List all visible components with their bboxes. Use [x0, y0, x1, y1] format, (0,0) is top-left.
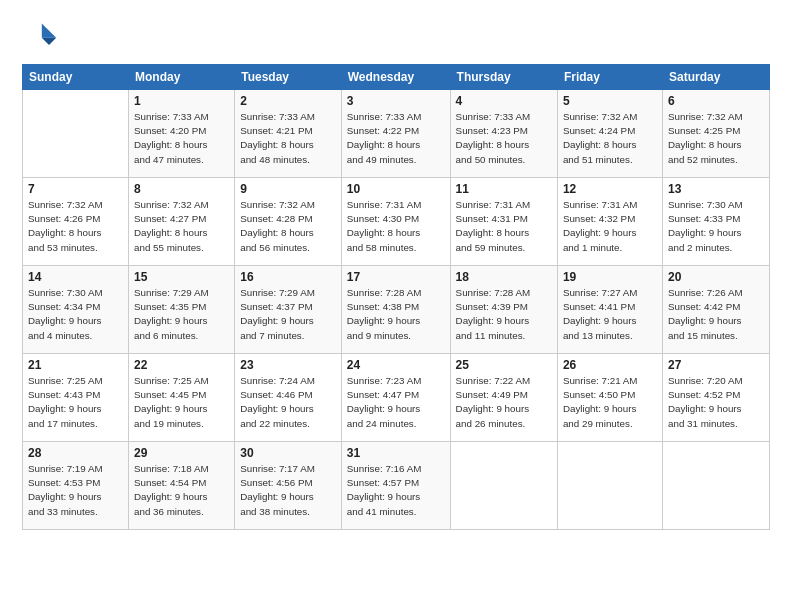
- day-info: Sunrise: 7:16 AMSunset: 4:57 PMDaylight:…: [347, 462, 445, 519]
- day-info: Sunrise: 7:25 AMSunset: 4:45 PMDaylight:…: [134, 374, 229, 431]
- day-number: 4: [456, 94, 552, 108]
- day-info: Sunrise: 7:32 AMSunset: 4:25 PMDaylight:…: [668, 110, 764, 167]
- day-info: Sunrise: 7:18 AMSunset: 4:54 PMDaylight:…: [134, 462, 229, 519]
- day-info: Sunrise: 7:32 AMSunset: 4:27 PMDaylight:…: [134, 198, 229, 255]
- day-cell: 20Sunrise: 7:26 AMSunset: 4:42 PMDayligh…: [662, 266, 769, 354]
- week-row-2: 7Sunrise: 7:32 AMSunset: 4:26 PMDaylight…: [23, 178, 770, 266]
- day-number: 8: [134, 182, 229, 196]
- day-number: 2: [240, 94, 336, 108]
- day-cell: 11Sunrise: 7:31 AMSunset: 4:31 PMDayligh…: [450, 178, 557, 266]
- day-cell: 4Sunrise: 7:33 AMSunset: 4:23 PMDaylight…: [450, 90, 557, 178]
- day-info: Sunrise: 7:33 AMSunset: 4:21 PMDaylight:…: [240, 110, 336, 167]
- day-info: Sunrise: 7:19 AMSunset: 4:53 PMDaylight:…: [28, 462, 123, 519]
- day-number: 15: [134, 270, 229, 284]
- page: SundayMondayTuesdayWednesdayThursdayFrid…: [0, 0, 792, 612]
- day-cell: 31Sunrise: 7:16 AMSunset: 4:57 PMDayligh…: [341, 442, 450, 530]
- day-info: Sunrise: 7:29 AMSunset: 4:37 PMDaylight:…: [240, 286, 336, 343]
- day-cell: 27Sunrise: 7:20 AMSunset: 4:52 PMDayligh…: [662, 354, 769, 442]
- day-cell: 30Sunrise: 7:17 AMSunset: 4:56 PMDayligh…: [235, 442, 342, 530]
- day-info: Sunrise: 7:31 AMSunset: 4:31 PMDaylight:…: [456, 198, 552, 255]
- day-number: 5: [563, 94, 657, 108]
- day-cell: 5Sunrise: 7:32 AMSunset: 4:24 PMDaylight…: [557, 90, 662, 178]
- day-cell: 8Sunrise: 7:32 AMSunset: 4:27 PMDaylight…: [128, 178, 234, 266]
- day-info: Sunrise: 7:32 AMSunset: 4:26 PMDaylight:…: [28, 198, 123, 255]
- day-number: 7: [28, 182, 123, 196]
- calendar-header-row: SundayMondayTuesdayWednesdayThursdayFrid…: [23, 65, 770, 90]
- day-info: Sunrise: 7:26 AMSunset: 4:42 PMDaylight:…: [668, 286, 764, 343]
- day-number: 31: [347, 446, 445, 460]
- day-cell: 1Sunrise: 7:33 AMSunset: 4:20 PMDaylight…: [128, 90, 234, 178]
- day-number: 27: [668, 358, 764, 372]
- day-number: 30: [240, 446, 336, 460]
- day-cell: 3Sunrise: 7:33 AMSunset: 4:22 PMDaylight…: [341, 90, 450, 178]
- day-number: 14: [28, 270, 123, 284]
- day-info: Sunrise: 7:17 AMSunset: 4:56 PMDaylight:…: [240, 462, 336, 519]
- day-cell: 13Sunrise: 7:30 AMSunset: 4:33 PMDayligh…: [662, 178, 769, 266]
- week-row-5: 28Sunrise: 7:19 AMSunset: 4:53 PMDayligh…: [23, 442, 770, 530]
- logo: [22, 18, 64, 54]
- day-info: Sunrise: 7:31 AMSunset: 4:30 PMDaylight:…: [347, 198, 445, 255]
- day-number: 12: [563, 182, 657, 196]
- day-number: 28: [28, 446, 123, 460]
- day-cell: [450, 442, 557, 530]
- day-info: Sunrise: 7:32 AMSunset: 4:24 PMDaylight:…: [563, 110, 657, 167]
- day-cell: [23, 90, 129, 178]
- day-cell: 22Sunrise: 7:25 AMSunset: 4:45 PMDayligh…: [128, 354, 234, 442]
- day-info: Sunrise: 7:30 AMSunset: 4:33 PMDaylight:…: [668, 198, 764, 255]
- day-cell: 14Sunrise: 7:30 AMSunset: 4:34 PMDayligh…: [23, 266, 129, 354]
- week-row-4: 21Sunrise: 7:25 AMSunset: 4:43 PMDayligh…: [23, 354, 770, 442]
- day-cell: 10Sunrise: 7:31 AMSunset: 4:30 PMDayligh…: [341, 178, 450, 266]
- day-info: Sunrise: 7:33 AMSunset: 4:22 PMDaylight:…: [347, 110, 445, 167]
- day-number: 6: [668, 94, 764, 108]
- day-cell: 24Sunrise: 7:23 AMSunset: 4:47 PMDayligh…: [341, 354, 450, 442]
- day-number: 29: [134, 446, 229, 460]
- col-header-monday: Monday: [128, 65, 234, 90]
- day-number: 18: [456, 270, 552, 284]
- day-number: 9: [240, 182, 336, 196]
- day-number: 13: [668, 182, 764, 196]
- day-number: 11: [456, 182, 552, 196]
- day-number: 1: [134, 94, 229, 108]
- day-cell: 12Sunrise: 7:31 AMSunset: 4:32 PMDayligh…: [557, 178, 662, 266]
- day-number: 24: [347, 358, 445, 372]
- day-info: Sunrise: 7:25 AMSunset: 4:43 PMDaylight:…: [28, 374, 123, 431]
- day-info: Sunrise: 7:20 AMSunset: 4:52 PMDaylight:…: [668, 374, 764, 431]
- day-number: 22: [134, 358, 229, 372]
- day-cell: 16Sunrise: 7:29 AMSunset: 4:37 PMDayligh…: [235, 266, 342, 354]
- day-cell: 25Sunrise: 7:22 AMSunset: 4:49 PMDayligh…: [450, 354, 557, 442]
- day-cell: 18Sunrise: 7:28 AMSunset: 4:39 PMDayligh…: [450, 266, 557, 354]
- day-info: Sunrise: 7:32 AMSunset: 4:28 PMDaylight:…: [240, 198, 336, 255]
- day-number: 19: [563, 270, 657, 284]
- day-cell: 6Sunrise: 7:32 AMSunset: 4:25 PMDaylight…: [662, 90, 769, 178]
- day-number: 3: [347, 94, 445, 108]
- day-cell: 29Sunrise: 7:18 AMSunset: 4:54 PMDayligh…: [128, 442, 234, 530]
- header: [22, 18, 770, 54]
- day-number: 20: [668, 270, 764, 284]
- day-cell: 15Sunrise: 7:29 AMSunset: 4:35 PMDayligh…: [128, 266, 234, 354]
- day-info: Sunrise: 7:22 AMSunset: 4:49 PMDaylight:…: [456, 374, 552, 431]
- col-header-sunday: Sunday: [23, 65, 129, 90]
- col-header-wednesday: Wednesday: [341, 65, 450, 90]
- day-cell: 23Sunrise: 7:24 AMSunset: 4:46 PMDayligh…: [235, 354, 342, 442]
- day-info: Sunrise: 7:28 AMSunset: 4:39 PMDaylight:…: [456, 286, 552, 343]
- day-info: Sunrise: 7:27 AMSunset: 4:41 PMDaylight:…: [563, 286, 657, 343]
- day-cell: 21Sunrise: 7:25 AMSunset: 4:43 PMDayligh…: [23, 354, 129, 442]
- col-header-tuesday: Tuesday: [235, 65, 342, 90]
- day-number: 17: [347, 270, 445, 284]
- day-number: 10: [347, 182, 445, 196]
- day-info: Sunrise: 7:33 AMSunset: 4:20 PMDaylight:…: [134, 110, 229, 167]
- day-number: 26: [563, 358, 657, 372]
- day-number: 25: [456, 358, 552, 372]
- col-header-friday: Friday: [557, 65, 662, 90]
- day-info: Sunrise: 7:29 AMSunset: 4:35 PMDaylight:…: [134, 286, 229, 343]
- calendar-table: SundayMondayTuesdayWednesdayThursdayFrid…: [22, 64, 770, 530]
- day-cell: 28Sunrise: 7:19 AMSunset: 4:53 PMDayligh…: [23, 442, 129, 530]
- day-info: Sunrise: 7:31 AMSunset: 4:32 PMDaylight:…: [563, 198, 657, 255]
- day-number: 21: [28, 358, 123, 372]
- svg-marker-1: [42, 38, 56, 45]
- svg-marker-0: [42, 23, 56, 37]
- logo-icon: [22, 18, 58, 54]
- day-cell: [557, 442, 662, 530]
- day-cell: [662, 442, 769, 530]
- day-info: Sunrise: 7:23 AMSunset: 4:47 PMDaylight:…: [347, 374, 445, 431]
